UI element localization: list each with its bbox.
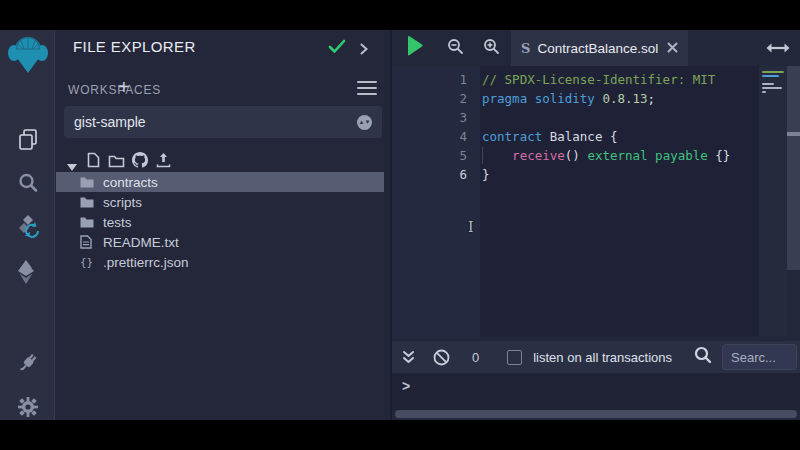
- add-workspace-button[interactable]: +: [118, 76, 130, 99]
- workspace-select[interactable]: gist-sample ▲▼: [64, 106, 382, 138]
- code-line: }: [480, 165, 759, 184]
- file-explorer-icon[interactable]: [15, 127, 41, 153]
- code-line: // SPDX-License-Identifier: MIT: [480, 70, 759, 89]
- editor-topbar: S ContractBalance.sol: [392, 30, 800, 66]
- tree-item[interactable]: contracts: [56, 172, 384, 192]
- workspace-name: gist-sample: [74, 114, 357, 130]
- new-folder-icon[interactable]: [108, 154, 125, 172]
- code-line: contract Balance {: [480, 127, 759, 146]
- expand-terminal-icon[interactable]: [402, 350, 415, 365]
- workspaces-menu-icon[interactable]: [357, 81, 377, 97]
- file-explorer-panel: FILE EXPLORER WORKSPACES + gist-sample ▲…: [56, 30, 390, 420]
- search-icon[interactable]: [15, 170, 41, 196]
- folder-icon: [80, 215, 96, 229]
- workspace-select-caret-icon: ▲▼: [357, 115, 372, 130]
- github-icon[interactable]: [132, 152, 148, 172]
- tree-item-label: contracts: [103, 175, 158, 190]
- listen-transactions-label: listen on all transactions: [533, 350, 672, 365]
- editor-scrollbar-thumb[interactable]: [787, 66, 800, 270]
- run-play-icon[interactable]: [405, 35, 425, 61]
- terminal-search-icon[interactable]: [694, 346, 712, 368]
- editor-area: S ContractBalance.sol 123456 // SPDX-Lic…: [390, 30, 800, 420]
- code-line: receive() external payable {}: [480, 146, 759, 165]
- remix-app-window: FILE EXPLORER WORKSPACES + gist-sample ▲…: [0, 30, 800, 420]
- editor-scrollbar[interactable]: [787, 66, 800, 337]
- tree-item-label: tests: [103, 215, 132, 230]
- tree-item-label: README.txt: [103, 235, 179, 250]
- upload-icon[interactable]: [156, 152, 171, 172]
- zoom-out-icon[interactable]: [447, 38, 464, 59]
- plugin-manager-icon[interactable]: [15, 350, 41, 376]
- tree-item-label: .prettierrc.json: [103, 255, 189, 270]
- code-line: pragma solidity 0.8.13;: [480, 89, 759, 108]
- panel-title: FILE EXPLORER: [73, 38, 196, 55]
- terminal-search-input[interactable]: [722, 344, 797, 370]
- scrollbar-position-mark: [787, 132, 800, 136]
- transaction-count: 0: [472, 350, 479, 365]
- solidity-file-icon: S: [521, 41, 530, 56]
- deploy-and-run-icon[interactable]: [15, 259, 41, 285]
- new-file-icon[interactable]: [87, 152, 100, 172]
- line-number-gutter: 123456: [392, 66, 480, 337]
- tree-item[interactable]: README.txt: [56, 232, 384, 252]
- workspaces-label: WORKSPACES: [68, 83, 161, 97]
- tab-close-icon[interactable]: [667, 39, 678, 57]
- terminal-console[interactable]: >: [392, 373, 800, 410]
- settings-gear-icon[interactable]: [15, 394, 41, 420]
- code-content[interactable]: // SPDX-License-Identifier: MITpragma so…: [480, 66, 759, 337]
- tree-item[interactable]: scripts: [56, 192, 384, 212]
- folder-icon: [80, 195, 96, 209]
- listen-transactions-checkbox[interactable]: [507, 350, 522, 365]
- clear-console-icon[interactable]: [433, 349, 450, 366]
- minimap[interactable]: [759, 66, 787, 337]
- code-editor[interactable]: 123456 // SPDX-License-Identifier: MITpr…: [392, 66, 800, 337]
- terminal-prompt: >: [402, 378, 410, 394]
- zoom-in-icon[interactable]: [483, 38, 500, 59]
- terminal-horizontal-scrollbar[interactable]: [395, 410, 797, 418]
- panel-chevron-right-icon[interactable]: [359, 41, 369, 59]
- terminal-toolbar: 0 listen on all transactions: [392, 341, 800, 373]
- file-tree: contractsscriptstestsREADME.txt{}.pretti…: [56, 172, 384, 272]
- file-icon: [80, 235, 96, 249]
- tree-item[interactable]: {}.prettierrc.json: [56, 252, 384, 272]
- resize-horizontal-icon[interactable]: [766, 40, 790, 58]
- remix-logo-icon[interactable]: [6, 34, 50, 76]
- solidity-compiler-icon[interactable]: [15, 214, 41, 240]
- icon-sidebar: [0, 30, 55, 420]
- tree-item-label: scripts: [103, 195, 142, 210]
- folder-icon: [80, 175, 96, 189]
- json-icon: {}: [80, 255, 96, 269]
- tree-item[interactable]: tests: [56, 212, 384, 232]
- status-check-icon: [328, 39, 346, 58]
- tab-contractbalance-sol[interactable]: S ContractBalance.sol: [511, 30, 688, 66]
- tab-label: ContractBalance.sol: [537, 41, 658, 56]
- tree-toolbar: [56, 152, 390, 170]
- code-line: [480, 108, 759, 127]
